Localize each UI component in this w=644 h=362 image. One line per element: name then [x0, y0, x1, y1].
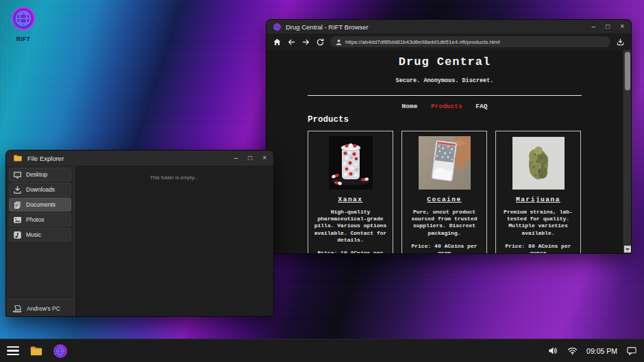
product-name: Marijuana [501, 196, 575, 203]
download-button[interactable] [616, 38, 625, 47]
folder-icon [13, 153, 23, 163]
taskbar-rift-browser-button[interactable] [53, 344, 67, 358]
scrollbar-down-button[interactable] [624, 246, 631, 253]
forward-button[interactable] [301, 38, 310, 47]
explorer-file-area: This folder is empty... [75, 166, 273, 317]
download-tray-icon [13, 185, 22, 194]
product-description: Premium strains, lab-tested for quality.… [501, 209, 575, 237]
desktop-monitor-icon [13, 170, 22, 179]
explorer-maximize-button[interactable]: □ [248, 155, 252, 161]
file-explorer-window: File Explorer – □ × Desktop [5, 150, 274, 317]
desktop-icon-rift[interactable]: RIFT [8, 6, 38, 42]
wifi-icon[interactable] [567, 346, 578, 356]
browser-titlebar[interactable]: Drug Central - RIFT Browser – □ × [267, 20, 631, 34]
url-bar[interactable]: https://ab4dd7df85dd81b43d8e98edd1db51e4… [330, 36, 610, 47]
volume-icon[interactable] [548, 346, 558, 356]
browser-window-title: Drug Central - RIFT Browser [286, 23, 369, 31]
rift-globe-icon [11, 21, 36, 33]
explorer-minimize-button[interactable]: – [234, 155, 238, 161]
sidebar-item-computer[interactable]: Andrew's PC [6, 299, 74, 317]
music-icon [13, 231, 22, 240]
sidebar-item-desktop[interactable]: Desktop [9, 168, 71, 181]
explorer-close-button[interactable]: × [262, 155, 267, 161]
page-tagline: Secure. Anonymous. Discreet. [308, 77, 582, 84]
explorer-titlebar[interactable]: File Explorer – □ × [6, 151, 273, 166]
sidebar-item-downloads[interactable]: Downloads [9, 183, 71, 196]
empty-folder-message: This folder is empty... [150, 174, 199, 181]
page-nav: Home Products FAQ [308, 103, 582, 110]
product-image-marijuana [501, 136, 575, 190]
products-heading: Products [308, 115, 582, 125]
product-image-cocaine [408, 136, 481, 190]
product-price: Price: 40 ACoins per gram [408, 243, 481, 253]
nav-link-products[interactable]: Products [431, 103, 462, 110]
documents-icon [13, 201, 22, 209]
notifications-icon[interactable] [626, 346, 637, 356]
explorer-sidebar: Desktop Downloads Documents [6, 166, 75, 317]
laptop-icon [12, 304, 23, 313]
browser-scrollbar[interactable] [623, 50, 631, 253]
browser-toolbar: https://ab4dd7df85dd81b43d8e98edd1db51e4… [267, 34, 631, 50]
product-name: Cocaine [408, 196, 481, 203]
web-page: Drug Central Secure. Anonymous. Discreet… [267, 50, 623, 253]
back-button[interactable] [287, 38, 296, 47]
product-cards: Xanax High-quality pharmaceutical-grade … [308, 131, 582, 253]
browser-close-button[interactable]: × [620, 23, 624, 30]
browser-maximize-button[interactable]: □ [606, 23, 610, 30]
home-button[interactable] [273, 38, 282, 47]
url-text: https://ab4dd7df85dd81b43d8e98edd1db51e4… [345, 39, 500, 45]
browser-minimize-button[interactable]: – [592, 23, 596, 30]
product-description: Pure, uncut product sourced from trusted… [408, 209, 481, 237]
rift-favicon-icon [273, 23, 281, 31]
nav-link-faq[interactable]: FAQ [475, 103, 487, 110]
browser-window: Drug Central - RIFT Browser – □ × [266, 19, 632, 254]
desktop: RIFT Drug Central - RIFT Browser – □ × [0, 0, 644, 362]
product-name: Xanax [314, 196, 387, 203]
product-price: Price: 10 ACoins per unit [314, 250, 387, 253]
start-menu-button[interactable] [7, 346, 19, 356]
desktop-icon-label: RIFT [8, 36, 38, 42]
sidebar-item-photos[interactable]: Photos [9, 213, 71, 227]
photos-icon [13, 216, 22, 224]
product-card-xanax: Xanax High-quality pharmaceutical-grade … [308, 131, 393, 253]
nav-link-home[interactable]: Home [402, 103, 418, 110]
product-card-marijuana: Marijuana Premium strains, lab-tested fo… [495, 131, 581, 253]
browser-content: Drug Central Secure. Anonymous. Discreet… [267, 50, 631, 253]
taskbar: 09:05 PM [0, 339, 644, 362]
taskbar-clock[interactable]: 09:05 PM [586, 347, 617, 355]
refresh-button[interactable] [316, 38, 325, 47]
page-title: Drug Central [308, 55, 582, 68]
sidebar-item-music[interactable]: Music [9, 228, 71, 242]
sidebar-item-documents[interactable]: Documents [9, 198, 71, 211]
taskbar-file-explorer-button[interactable] [29, 344, 43, 358]
product-image-xanax [314, 136, 387, 190]
product-card-cocaine: Cocaine Pure, uncut product sourced from… [401, 131, 487, 253]
explorer-window-title: File Explorer [27, 155, 64, 162]
product-description: High-quality pharmaceutical-grade pills.… [314, 209, 387, 244]
user-icon [336, 39, 342, 45]
divider [308, 95, 582, 96]
product-price: Price: 80 ACoins per ounce [501, 243, 575, 253]
scrollbar-thumb[interactable] [625, 52, 630, 90]
